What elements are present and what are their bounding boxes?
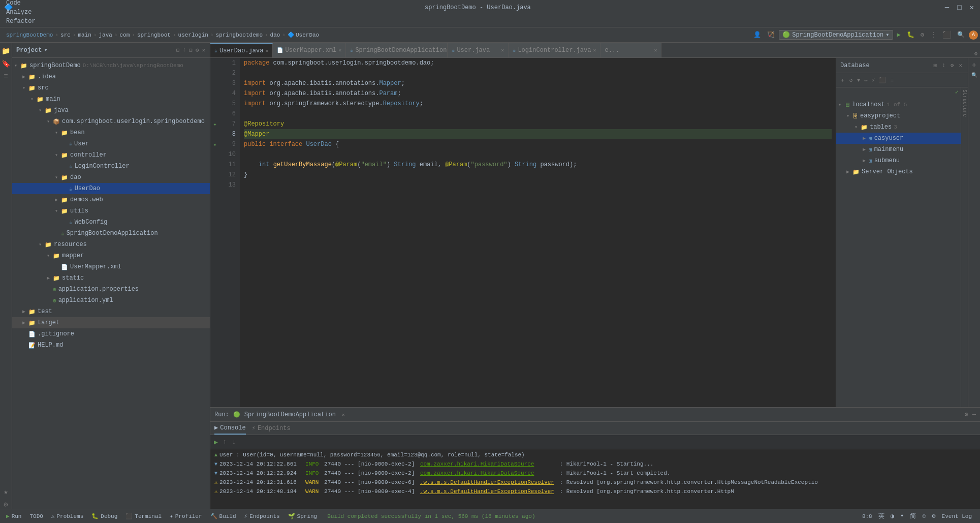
log-class-5[interactable]: .w.s.m.s.DefaultHandlerExceptionResolver [420,488,554,495]
tree-item-root[interactable]: ▾ 📁 springBootDemo D:\NCB\ncb\java\sprin… [12,60,210,71]
right-icon-1[interactable]: ⚙ [972,62,975,68]
breadcrumb-item[interactable]: springboot [137,32,171,38]
close-panel-icon[interactable]: ✕ [201,46,206,54]
right-icon-2[interactable]: 🔍 [971,72,977,78]
toolbar-terminal[interactable]: ⬛ Terminal [123,512,164,520]
activity-structure-icon[interactable]: ≡ [4,72,8,80]
breadcrumb-item[interactable]: springbootdemo [216,32,263,38]
tab-springbootapp[interactable]: ☕ SpringBootDemoApplication.java ✕ [346,43,448,57]
db-add-button[interactable]: ＋ [838,75,847,85]
tree-item-controller[interactable]: ▾ 📁 controller [12,149,210,161]
tab-userdao-close[interactable]: ✕ [265,48,268,54]
tree-item-webconfig[interactable]: ☕ WebConfig [12,217,210,228]
tree-item-springbootapp[interactable]: ☕ SpringBootDemoApplication [12,228,210,239]
run-minimize-icon[interactable]: ─ [972,411,976,418]
tree-item-helpmd[interactable]: 📝 HELP.md [12,340,210,351]
minimize-button[interactable]: ─ [943,3,951,13]
refresh-button[interactable]: ▶ [895,30,903,40]
breadcrumb-item[interactable]: main [78,32,91,38]
tab-settings-icon[interactable]: ⚙ [973,50,978,57]
db-connect-button[interactable]: ⚡ [870,76,877,84]
activity-bookmark-icon[interactable]: 🔖 [2,59,10,68]
run-config-selector[interactable]: 🟢 SpringBootDemoApplication ▾ [779,30,893,40]
maximize-button[interactable]: □ [955,3,963,13]
tree-item-appprops[interactable]: ⚙ application.properties [12,284,210,295]
project-dropdown-icon[interactable]: ▾ [44,46,47,54]
ime-en[interactable]: 英 [878,512,884,520]
console-tab-console[interactable]: ▶ Console [214,422,246,435]
db-disconnect-button[interactable]: ⬛ [877,76,888,84]
code-area[interactable]: package com.springboot.userlogin.springb… [240,58,836,407]
collapse-icon[interactable]: ⊟ [188,46,193,54]
toolbar-endpoints[interactable]: ⚡ Endpoints [242,512,282,520]
tab-user[interactable]: ☕ User.java ✕ [448,43,509,57]
console-up-btn[interactable]: ↑ [222,437,229,447]
db-structure-tab[interactable]: Structure [962,89,967,117]
tree-item-idea[interactable]: ▶ 📁 .idea [12,71,210,82]
ime-zh[interactable]: 简 [910,512,916,520]
activity-favorites-icon[interactable]: ★ [4,487,8,496]
menu-item-refactor[interactable]: Refactor [2,17,40,26]
db-expand-icon[interactable]: ⊞ [932,61,939,70]
log-class-2[interactable]: com.zaxxer.hikari.HikariDataSource [420,461,534,467]
console-down-btn[interactable]: ↓ [231,437,238,447]
tab-userdao[interactable]: ☕ UserDao.java ✕ [210,43,273,57]
toolbar-build[interactable]: 🔨 Build [208,512,238,520]
db-edit-button[interactable]: ✏ [863,76,869,84]
breadcrumb-item[interactable]: java [99,32,112,38]
toolbar-spring[interactable]: 🌱 Spring [286,512,320,520]
console-run-btn[interactable]: ▶ [212,437,219,447]
tree-item-dao[interactable]: ▾ 📁 dao [12,172,210,183]
search-button[interactable]: 🔍 [955,30,967,40]
db-item-easyuser[interactable]: ▶ ⊞ easyuser [836,133,961,144]
tab-extra[interactable]: e... ✕ [600,43,661,57]
db-item-tables[interactable]: ▾ 📁 tables 3 [836,121,961,133]
tree-item-test[interactable]: ▶ 📁 test [12,306,210,317]
toolbar-run[interactable]: ▶ Run [4,512,23,520]
scope-icon[interactable]: ⊞ [176,46,180,54]
tree-item-userdao[interactable]: ☕ UserDao [12,183,210,194]
breadcrumb-item[interactable]: springBootDemo [6,32,53,38]
log-class-4[interactable]: .w.s.m.s.DefaultHandlerExceptionResolver [420,479,554,485]
db-item-easyproject[interactable]: ▾ 🗄 easyproject [836,110,961,121]
db-settings-icon[interactable]: ⚙ [949,61,956,70]
breadcrumb-item[interactable]: UserDao [296,32,319,38]
tree-item-gitignore[interactable]: 📄 .gitignore [12,328,210,340]
log-class-3[interactable]: com.zaxxer.hikari.HikariDataSource [420,470,534,476]
db-collapse-icon[interactable]: ↕ [940,61,947,70]
tab-usermapper-close[interactable]: ✕ [338,47,341,53]
breadcrumb-item[interactable]: src [60,32,71,38]
tree-item-target[interactable]: ▶ 📁 target [12,317,210,328]
menu-item-analyze[interactable]: Analyze [2,8,40,17]
tab-extra-close[interactable]: ✕ [654,47,657,53]
debug-run-button[interactable]: 🐛 [905,30,916,40]
toolbar-debug[interactable]: 🐛 Debug [89,512,119,520]
tab-logincontroller-close[interactable]: ✕ [593,47,596,53]
settings-icon[interactable]: ⚙ [195,46,200,54]
tree-item-resources[interactable]: ▾ 📁 resources [12,239,210,250]
tree-item-usermapper[interactable]: 📄 UserMapper.xml [12,261,210,272]
breadcrumb-item[interactable]: com [119,32,130,38]
tree-item-java[interactable]: ▾ 📁 java [12,105,210,116]
db-sql-button[interactable]: ≡ [889,76,895,84]
toolbar-problems[interactable]: ⚠ Problems [49,512,85,520]
tree-item-utils[interactable]: ▾ 📁 utils [12,205,210,217]
db-item-submenu[interactable]: ▶ ⊞ submenu [836,155,961,166]
ime-settings[interactable]: ⚙ [932,512,935,520]
toolbar-profiler[interactable]: ✦ Profiler [168,512,204,520]
breadcrumb-item[interactable]: userlogin [178,32,208,38]
tree-item-mapper[interactable]: ▾ 📁 mapper [12,250,210,261]
tree-item-main[interactable]: ▾ 📁 main [12,94,210,105]
tab-usermapper[interactable]: 📄 UserMapper.xml ✕ [273,43,346,57]
tab-logincontroller[interactable]: ☕ LoginController.java ✕ [509,43,600,57]
toolbar-todo[interactable]: TODO [27,512,45,520]
stop-button[interactable]: ⬛ [940,29,953,40]
db-refresh-button[interactable]: ↺ [848,76,855,84]
tree-item-demos[interactable]: ▶ 📁 demos.web [12,194,210,205]
event-log[interactable]: Event Log [942,513,972,519]
run-app-close[interactable]: ✕ [342,412,345,418]
db-close-icon[interactable]: ✕ [957,61,964,70]
expand-all-icon[interactable]: ↕ [182,46,187,54]
tree-item-bean[interactable]: ▾ 📁 bean [12,127,210,138]
tree-item-static[interactable]: ▶ 📁 static [12,272,210,284]
